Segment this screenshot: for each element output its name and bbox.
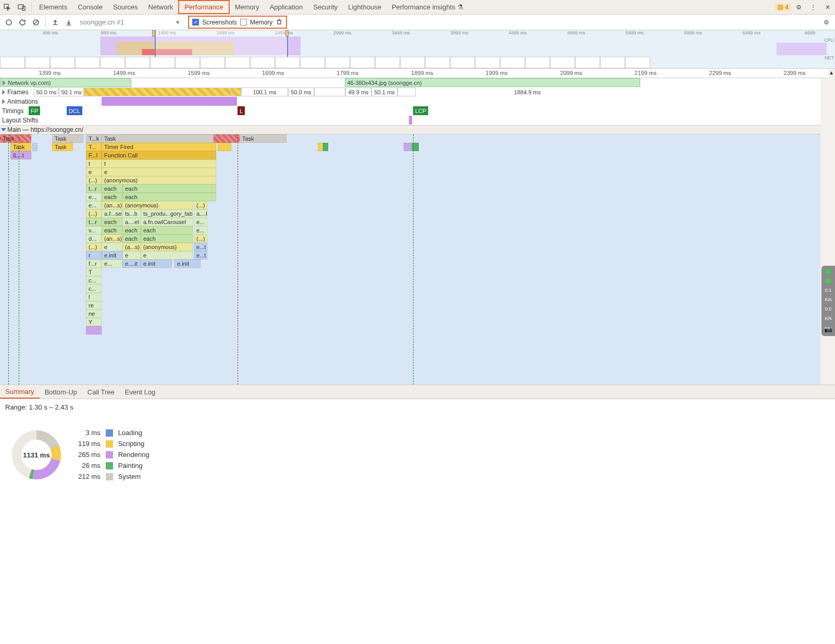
timing-l[interactable]: L xyxy=(238,106,245,115)
flame-entry[interactable]: each xyxy=(102,218,122,226)
download-profile-icon[interactable] xyxy=(63,17,74,28)
flame-entry[interactable]: e... xyxy=(102,259,122,268)
flame-entry[interactable]: e xyxy=(122,251,141,259)
flame-entry[interactable]: e.init xyxy=(102,251,122,259)
frame-entry-dropped[interactable] xyxy=(231,88,241,96)
flame-entry[interactable]: e.init xyxy=(175,259,201,268)
flame-entry[interactable]: e.init xyxy=(141,259,172,268)
frame-entry[interactable]: 50.0 ms xyxy=(288,88,314,96)
flame-entry[interactable]: re xyxy=(86,301,102,309)
reload-record-button[interactable] xyxy=(17,17,28,28)
flame-entry[interactable]: T... xyxy=(86,143,102,151)
flame-entry[interactable]: (an...s) xyxy=(102,201,122,209)
flame-entry[interactable]: (an...s) xyxy=(102,234,122,243)
frame-entry[interactable] xyxy=(314,88,345,96)
tab-summary[interactable]: Summary xyxy=(0,385,40,399)
flame-entry[interactable]: (anonymous) xyxy=(141,243,193,251)
flame-entry[interactable]: a....l xyxy=(194,209,207,218)
frame-entry[interactable]: 50.0 ms xyxy=(34,88,59,96)
garbage-collect-icon[interactable] xyxy=(276,18,283,27)
record-button[interactable] xyxy=(3,17,15,28)
flame-entry[interactable]: each xyxy=(122,184,216,193)
frame-entry-dropped[interactable] xyxy=(84,88,231,96)
network-entry[interactable]: 46-380x434.jpg (soongge.cn) xyxy=(345,78,640,87)
memory-checkbox[interactable] xyxy=(240,19,247,26)
flame-entry[interactable]: each xyxy=(102,193,122,201)
scrollbar-vertical[interactable]: ▴ xyxy=(828,69,835,385)
frames-track[interactable]: Frames 50.0 ms 50.1 ms 100.1 ms 50.0 ms … xyxy=(0,88,820,97)
frame-entry[interactable]: 50.1 ms xyxy=(59,88,84,96)
frame-entry[interactable]: 1884.9 ms xyxy=(416,88,624,96)
flame-entry[interactable]: r xyxy=(86,251,102,259)
flame-entry[interactable]: ne xyxy=(86,309,102,318)
tab-console[interactable]: Console xyxy=(72,0,108,14)
flame-task[interactable]: Task xyxy=(0,134,31,143)
flame-chart[interactable]: Task Task T...k Task Task Task Task T...… xyxy=(0,134,820,385)
flame-entry[interactable]: e xyxy=(141,251,193,259)
tab-perf-insights[interactable]: Performance insights ⚗ xyxy=(387,0,469,14)
flame-entry[interactable]: each xyxy=(141,234,193,243)
flame-entry[interactable] xyxy=(318,143,323,151)
camera-icon[interactable]: 📷 xyxy=(824,325,832,333)
flame-entry[interactable]: Timer Fired xyxy=(102,143,216,151)
flame-entry[interactable]: ts...b xyxy=(122,209,141,218)
flame-entry[interactable] xyxy=(404,143,411,151)
tab-elements[interactable]: Elements xyxy=(34,0,72,14)
tab-lighthouse[interactable]: Lighthouse xyxy=(343,0,387,14)
flame-entry[interactable]: e... xyxy=(194,226,207,234)
network-track[interactable]: Network vp.com) 46-380x434.jpg (soongge.… xyxy=(0,78,820,88)
close-devtools-icon[interactable]: ✕ xyxy=(820,0,835,15)
flame-task[interactable]: Task xyxy=(102,134,214,143)
flame-entry[interactable]: each xyxy=(141,226,193,234)
flame-entry[interactable]: e... xyxy=(86,201,102,209)
network-monitor-widget[interactable]: 0.1 K/s 0.0 K/s 📷 xyxy=(821,266,835,336)
flame-task[interactable]: Task xyxy=(52,134,83,143)
flame-entry[interactable]: (anonymous) xyxy=(122,201,193,209)
flame-entry[interactable]: e... xyxy=(86,193,102,201)
inspect-icon[interactable] xyxy=(0,0,15,15)
selection-handle-left[interactable] xyxy=(152,30,155,36)
timing-dcl[interactable]: DCL xyxy=(67,106,82,115)
tab-bottom-up[interactable]: Bottom-Up xyxy=(40,385,82,399)
tab-sources[interactable]: Sources xyxy=(108,0,143,14)
layout-shift-entry[interactable] xyxy=(409,116,412,125)
flame-entry[interactable]: Function Call xyxy=(102,151,216,159)
flame-entry[interactable]: v... xyxy=(86,226,102,234)
flame-entry[interactable]: Task xyxy=(52,143,73,151)
flame-entry[interactable]: (...) xyxy=(194,201,207,209)
flame-entry[interactable]: e xyxy=(86,168,102,176)
flame-entry[interactable]: each xyxy=(122,226,141,234)
flame-entry[interactable]: a.f...sel xyxy=(102,209,122,218)
flame-entry[interactable]: t...r xyxy=(86,218,102,226)
flame-entry[interactable] xyxy=(86,326,102,335)
tab-security[interactable]: Security xyxy=(308,0,343,14)
screenshots-checkbox[interactable]: ✓ xyxy=(192,19,199,26)
clear-button[interactable] xyxy=(30,17,42,28)
animations-track[interactable]: Animations xyxy=(0,97,820,106)
flame-entry[interactable]: each xyxy=(122,234,141,243)
flame-entry[interactable]: a....el xyxy=(122,218,141,226)
flame-entry[interactable]: (...) xyxy=(86,209,102,218)
tab-event-log[interactable]: Event Log xyxy=(120,385,161,399)
timing-lcp[interactable]: LCP xyxy=(413,106,428,115)
flame-entry[interactable]: (anonymous) xyxy=(102,176,216,184)
frame-entry[interactable]: 49.9 ms xyxy=(345,88,371,96)
flame-entry[interactable]: T xyxy=(86,268,102,276)
flame-entry[interactable]: c... xyxy=(86,276,102,284)
timing-fp[interactable]: FP xyxy=(29,106,40,115)
layout-shifts-track[interactable]: Layout Shifts xyxy=(0,116,820,125)
flame-entry[interactable]: (...) xyxy=(194,234,207,243)
frame-entry[interactable] xyxy=(397,88,416,96)
flame-entry[interactable]: t...r xyxy=(86,184,102,193)
flame-entry[interactable]: t xyxy=(102,159,216,168)
frame-entry[interactable]: 50.1 ms xyxy=(371,88,397,96)
flame-entry[interactable]: a.fn.owlCarousel xyxy=(141,218,193,226)
flame-entry[interactable]: l xyxy=(86,293,102,301)
flame-entry[interactable]: Y xyxy=(86,318,102,326)
timings-track[interactable]: Timings FP DCL L LCP xyxy=(0,106,820,116)
flame-entry[interactable]: (a...s) xyxy=(122,243,141,251)
device-toggle-icon[interactable] xyxy=(15,0,29,15)
flame-entry[interactable]: each xyxy=(102,226,122,234)
flame-entry[interactable]: iL...t xyxy=(10,151,31,159)
settings-icon[interactable]: ⚙ xyxy=(791,0,806,15)
